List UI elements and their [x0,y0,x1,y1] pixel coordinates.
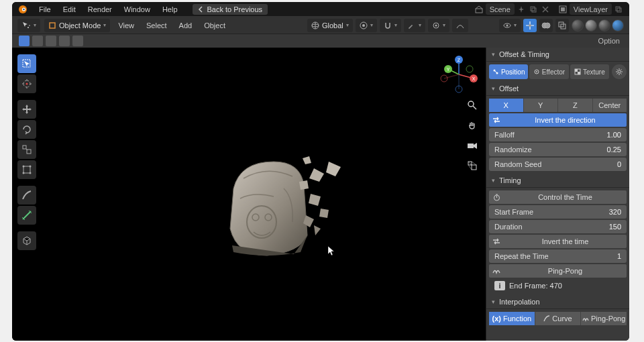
menu-file[interactable]: File [34,4,56,15]
object-menu[interactable]: Object [200,20,229,31]
copy-viewlayer-icon[interactable] [613,4,624,15]
svg-rect-12 [50,23,55,28]
menu-help[interactable]: Help [157,4,183,15]
cursor-tool[interactable] [17,74,36,93]
copy-scene-icon[interactable] [528,4,539,15]
gizmo-toggle[interactable] [523,19,537,32]
interpolation-section-header[interactable]: ▾ Interpolation [486,295,629,309]
measure-tool[interactable] [17,206,36,225]
pingpong-button[interactable]: Ping-Pong [489,264,627,278]
texture-icon [574,68,581,75]
select-mode-5[interactable] [72,36,83,46]
randomize-field[interactable]: Randomize 0.25 [489,143,627,156]
pingpong-icon [489,268,504,274]
add-menu[interactable]: Add [175,20,197,31]
start-frame-field[interactable]: Start Frame 320 [489,205,627,219]
transform-tool[interactable] [17,160,36,179]
offset-section-header[interactable]: ▾ Offset [486,82,629,96]
menu-window[interactable]: Window [119,4,156,15]
svg-rect-29 [23,146,26,149]
pan-icon[interactable] [466,119,479,132]
duration-field[interactable]: Duration 150 [489,220,627,233]
blender-logo-icon [17,4,28,15]
interp-function[interactable]: (x) Function [489,312,535,325]
camera-view-icon[interactable] [466,139,479,152]
select-mode-2[interactable] [32,36,43,46]
viewlayer-field[interactable]: ViewLayer [570,3,612,15]
side-panel: ▾ Offset & Timing Position Effector Text… [486,48,629,341]
select-box-tool[interactable] [17,54,36,73]
interp-curve[interactable]: Curve [535,312,582,325]
tab-effector[interactable]: Effector [529,64,568,79]
navigation-gizmo[interactable]: Z X Y [439,54,479,95]
rotate-tool[interactable] [17,120,36,139]
scale-tool[interactable] [17,140,36,159]
svg-marker-58 [326,162,341,176]
offset-timing-header[interactable]: ▾ Offset & Timing [486,48,629,62]
svg-point-72 [618,70,621,73]
repeat-time-field[interactable]: Repeat the Time 1 [489,249,627,263]
back-arrow-icon [198,6,205,13]
svg-text:Z: Z [458,58,461,62]
snap-target-dropdown[interactable]: ▾ [404,19,425,32]
falloff-field[interactable]: Falloff 1.00 [489,128,627,141]
overlay-toggle[interactable] [539,19,553,32]
pin-icon[interactable] [516,4,527,15]
wireframe-shading[interactable] [572,19,584,32]
panel-tabs: Position Effector Texture [486,62,629,82]
mode-dropdown[interactable]: Object Mode ▾ [44,19,110,32]
viewport-3d[interactable]: Z X Y [12,48,486,341]
visibility-dropdown[interactable]: ▾ [499,19,521,32]
object-mode-icon [48,21,56,30]
editor-type-dropdown[interactable]: ▾ [17,19,40,32]
select-mode-3[interactable] [46,36,56,46]
orientation-dropdown[interactable]: Global ▾ [307,19,353,32]
menu-render[interactable]: Render [83,4,117,15]
random-seed-field[interactable]: Random Seed 0 [489,158,627,171]
select-menu[interactable]: Select [142,20,171,31]
zoom-icon[interactable] [466,99,479,112]
tab-texture[interactable]: Texture [570,64,609,79]
material-shading[interactable] [598,19,610,32]
scene-field[interactable]: Scene [486,3,515,15]
svg-rect-51 [468,144,474,148]
proportional-falloff-dropdown[interactable] [452,19,468,32]
menu-edit[interactable]: Edit [58,4,81,15]
snap-dropdown[interactable]: ▾ [380,19,401,32]
options-label[interactable]: Option [596,36,623,46]
function-icon: (x) [492,312,501,325]
tab-position[interactable]: Position [489,64,528,79]
axis-center[interactable]: Center [593,99,627,112]
axis-z[interactable]: Z [558,99,593,112]
control-time-button[interactable]: Control the Time [489,190,627,204]
axis-x[interactable]: X [489,99,524,112]
interp-tabs: (x) Function Curve Ping-Pong [489,312,627,325]
panel-settings-button[interactable] [612,64,627,79]
rendered-shading[interactable] [612,19,624,32]
view-menu[interactable]: View [114,20,138,31]
svg-rect-70 [575,69,578,72]
proportional-dropdown[interactable]: ▾ [428,19,449,32]
annotate-tool[interactable] [17,186,36,205]
move-tool[interactable] [17,100,36,119]
axis-y[interactable]: Y [524,99,559,112]
pivot-dropdown[interactable]: ▾ [356,19,377,32]
close-scene-icon[interactable] [540,4,551,15]
invert-direction-button[interactable]: Invert the direction [489,113,627,127]
back-to-previous-button[interactable]: Back to Previous [193,4,268,15]
menu-bar: File Edit Render Window Help Back to Pre… [12,2,629,17]
select-mode-4[interactable] [59,36,70,46]
add-cube-tool[interactable] [17,231,36,250]
offset-timing-label: Offset & Timing [499,50,549,58]
info-icon: i [494,281,505,290]
interp-pingpong[interactable]: Ping-Pong [581,312,627,325]
xray-toggle[interactable] [555,19,569,32]
perspective-toggle-icon[interactable] [466,159,479,172]
solid-shading[interactable] [585,19,597,32]
select-mode-1[interactable] [19,36,30,46]
timing-section-header[interactable]: ▾ Timing [486,174,629,188]
svg-text:Y: Y [447,67,450,72]
invert-time-button[interactable]: Invert the time [489,235,627,248]
axis-segments: X Y Z Center [489,99,627,112]
main-area: Z X Y [12,48,629,341]
